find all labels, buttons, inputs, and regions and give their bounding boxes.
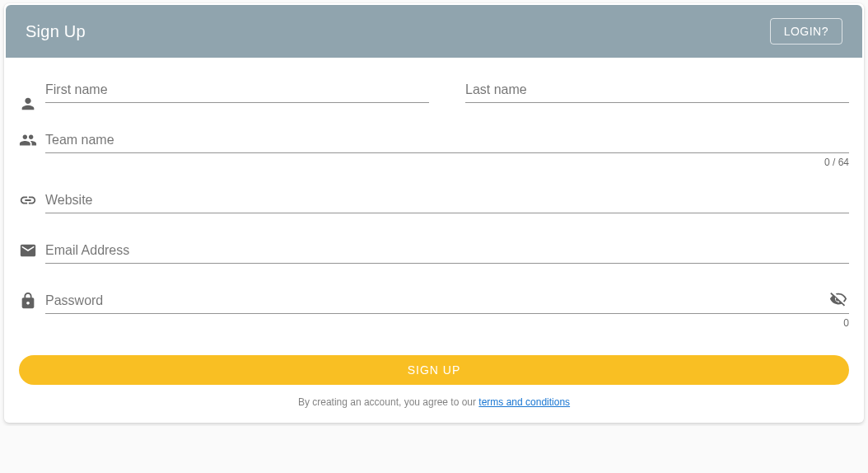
website-row (19, 186, 849, 213)
person-icon (19, 76, 45, 126)
login-button[interactable]: LOGIN? (770, 18, 842, 44)
signup-card: Sign Up LOGIN? (4, 3, 864, 423)
terms-text: By creating an account, you agree to our… (19, 396, 849, 408)
link-icon (19, 186, 45, 209)
terms-prefix: By creating an account, you agree to our (298, 396, 478, 408)
first-name-input[interactable] (45, 76, 429, 103)
password-row: 0 (19, 287, 849, 314)
name-row (19, 76, 849, 126)
email-icon (19, 236, 45, 260)
people-icon (19, 126, 45, 149)
terms-link[interactable]: terms and conditions (478, 396, 570, 408)
password-counter: 0 (843, 317, 849, 329)
email-input[interactable] (45, 236, 849, 264)
team-name-input[interactable] (45, 126, 849, 153)
page-title: Sign Up (26, 22, 86, 41)
team-name-counter: 0 / 64 (824, 157, 849, 168)
signup-button[interactable]: SIGN UP (19, 355, 849, 385)
email-row (19, 236, 849, 264)
password-input[interactable] (45, 287, 849, 314)
visibility-off-icon[interactable] (829, 290, 847, 311)
header-toolbar: Sign Up LOGIN? (6, 5, 862, 58)
website-input[interactable] (45, 186, 849, 213)
lock-icon (19, 287, 45, 310)
team-name-row: 0 / 64 (19, 126, 849, 153)
form-content: 0 / 64 (4, 59, 864, 423)
last-name-input[interactable] (465, 76, 849, 103)
